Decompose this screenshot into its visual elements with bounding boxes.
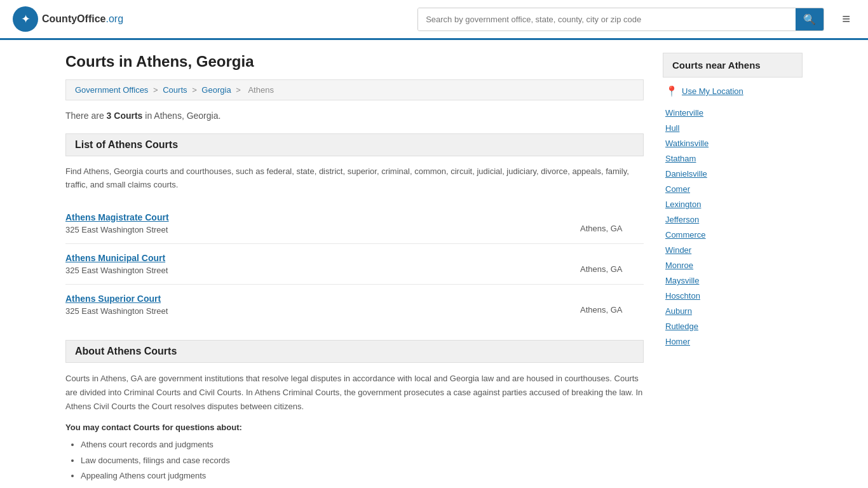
sidebar-link-item: Danielsville: [663, 166, 803, 181]
court-address-magistrate: 325 East Washington Street: [65, 225, 169, 234]
hamburger-icon: ≡: [842, 11, 850, 27]
court-row-superior: Athens Superior Court 325 East Washingto…: [65, 294, 644, 316]
location-pin-icon: 📍: [665, 85, 678, 97]
sidebar-link-homer[interactable]: Homer: [665, 337, 690, 346]
courts-list: Athens Magistrate Court 325 East Washing…: [65, 203, 644, 325]
sidebar-link-watkinsville[interactable]: Watkinsville: [665, 139, 709, 148]
sidebar-link-item: Hoschton: [663, 288, 803, 303]
sidebar-nearby-list: Winterville Hull Watkinsville Statham Da…: [663, 105, 803, 349]
breadcrumb-sep-2: >: [192, 85, 197, 95]
court-city-magistrate: Athens, GA: [580, 224, 644, 233]
breadcrumb-athens: Athens: [248, 85, 273, 95]
breadcrumb-courts[interactable]: Courts: [163, 85, 187, 95]
court-address-superior: 325 East Washington Street: [65, 306, 168, 316]
sidebar-header: Courts near Athens: [663, 53, 803, 78]
about-section: About Athens Courts Courts in Athens, GA…: [65, 340, 644, 488]
sidebar-link-danielsville[interactable]: Danielsville: [665, 169, 707, 179]
site-logo[interactable]: ✦ CountyOffice.org: [13, 6, 123, 32]
court-info-municipal: Athens Municipal Court 325 East Washingt…: [65, 253, 168, 275]
sidebar-link-comer[interactable]: Comer: [665, 184, 690, 194]
logo-text: CountyOffice.org: [42, 13, 123, 25]
court-info-superior: Athens Superior Court 325 East Washingto…: [65, 294, 168, 316]
list-section-header: List of Athens Courts: [65, 133, 644, 156]
menu-button[interactable]: ≡: [837, 8, 855, 30]
breadcrumb-sep-3: >: [236, 85, 241, 95]
bullet-item-1: Athens court records and judgments: [81, 437, 644, 453]
breadcrumb-sep-1: >: [153, 85, 158, 95]
sidebar-link-monroe[interactable]: Monroe: [665, 261, 693, 270]
logo-icon: ✦: [13, 6, 38, 32]
court-city-municipal: Athens, GA: [580, 264, 644, 274]
search-bar: 🔍: [417, 8, 824, 31]
count-text: There are 3 Courts in Athens, Georgia.: [65, 111, 644, 121]
sidebar-link-commerce[interactable]: Commerce: [665, 230, 706, 240]
breadcrumb-georgia[interactable]: Georgia: [201, 85, 231, 95]
content-area: Courts in Athens, Georgia Government Off…: [65, 53, 644, 488]
sidebar-link-lexington[interactable]: Lexington: [665, 200, 701, 209]
court-info-magistrate: Athens Magistrate Court 325 East Washing…: [65, 212, 169, 234]
main-container: Courts in Athens, Georgia Government Off…: [53, 40, 815, 488]
sidebar-link-auburn[interactable]: Auburn: [665, 306, 692, 316]
sidebar-link-item: Statham: [663, 151, 803, 166]
sidebar-link-maysville[interactable]: Maysville: [665, 276, 699, 285]
use-my-location-link[interactable]: Use My Location: [682, 86, 743, 96]
court-entry-municipal: Athens Municipal Court 325 East Washingt…: [65, 244, 644, 285]
sidebar-link-item: Homer: [663, 334, 803, 349]
court-entry-magistrate: Athens Magistrate Court 325 East Washing…: [65, 203, 644, 244]
bullet-item-2: Law documents, filings and case records: [81, 453, 644, 469]
sidebar-link-item: Maysville: [663, 273, 803, 288]
bullet-item-4: Court calendars and dockets: [81, 484, 644, 488]
sidebar-link-winder[interactable]: Winder: [665, 245, 691, 255]
sidebar-link-rutledge[interactable]: Rutledge: [665, 322, 698, 331]
sidebar-link-item: Jefferson: [663, 212, 803, 227]
sidebar-link-hoschton[interactable]: Hoschton: [665, 291, 700, 301]
sidebar-link-item: Winder: [663, 242, 803, 257]
search-icon: 🔍: [803, 14, 816, 25]
about-text: Courts in Athens, GA are government inst…: [65, 372, 644, 414]
list-description: Find Athens, Georgia courts and courthou…: [65, 165, 644, 192]
court-name-magistrate[interactable]: Athens Magistrate Court: [65, 212, 169, 222]
court-row-municipal: Athens Municipal Court 325 East Washingt…: [65, 253, 644, 275]
sidebar-link-item: Rutledge: [663, 318, 803, 334]
sidebar-link-item: Hull: [663, 120, 803, 135]
search-input[interactable]: [418, 8, 796, 30]
breadcrumb-government-offices[interactable]: Government Offices: [75, 85, 148, 95]
about-section-header: About Athens Courts: [65, 340, 644, 363]
court-name-municipal[interactable]: Athens Municipal Court: [65, 253, 168, 263]
court-city-superior: Athens, GA: [580, 305, 644, 315]
sidebar-link-item: Monroe: [663, 257, 803, 273]
court-entry-superior: Athens Superior Court 325 East Washingto…: [65, 285, 644, 325]
sidebar-link-hull[interactable]: Hull: [665, 123, 679, 133]
sidebar-link-item: Auburn: [663, 303, 803, 318]
sidebar-link-statham[interactable]: Statham: [665, 154, 696, 163]
sidebar-location: 📍 Use My Location: [663, 85, 803, 97]
court-name-superior[interactable]: Athens Superior Court: [65, 294, 168, 304]
bullet-item-3: Appealing Athens court judgments: [81, 468, 644, 484]
court-row-magistrate: Athens Magistrate Court 325 East Washing…: [65, 212, 644, 234]
sidebar-link-item: Comer: [663, 181, 803, 196]
sidebar-link-item: Watkinsville: [663, 135, 803, 151]
sidebar-link-item: Winterville: [663, 105, 803, 120]
sidebar-link-winterville[interactable]: Winterville: [665, 108, 703, 118]
breadcrumb: Government Offices > Courts > Georgia > …: [65, 79, 644, 100]
sidebar-link-jefferson[interactable]: Jefferson: [665, 215, 699, 224]
court-address-municipal: 325 East Washington Street: [65, 266, 168, 275]
bullet-list: Athens court records and judgments Law d…: [65, 437, 644, 488]
sidebar-link-item: Commerce: [663, 227, 803, 242]
site-header: ✦ CountyOffice.org 🔍 ≡: [0, 0, 868, 40]
search-button[interactable]: 🔍: [796, 8, 824, 30]
page-title: Courts in Athens, Georgia: [65, 53, 644, 71]
sidebar: Courts near Athens 📍 Use My Location Win…: [663, 53, 803, 488]
sidebar-link-item: Lexington: [663, 196, 803, 212]
contact-label: You may contact Courts for questions abo…: [65, 423, 644, 432]
